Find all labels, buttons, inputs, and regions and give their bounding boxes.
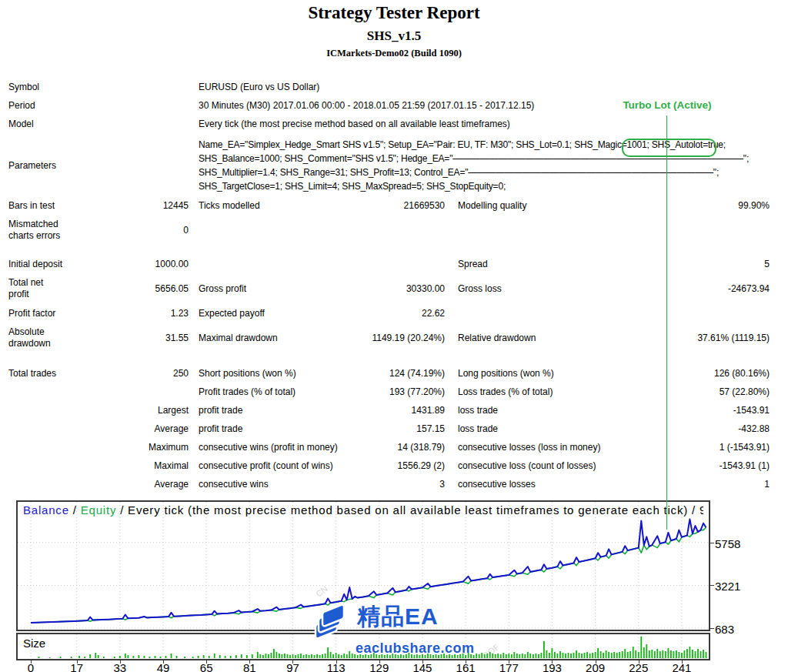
stat-row: Mismatched charts errors0 (0, 215, 788, 246)
chart-title-part: Equity (81, 503, 117, 517)
y-axis-label: 3221 (715, 580, 740, 593)
stat-row: Maximumconsecutive wins (profit in money… (0, 438, 788, 456)
size-bar (497, 654, 499, 658)
size-bar (298, 654, 299, 658)
size-bar (276, 652, 278, 658)
x-axis-label: 33 (107, 661, 133, 672)
stat-cell: Initial deposit (8, 259, 62, 269)
stat-row: Total net profit5656.05Gross profit30330… (0, 273, 788, 304)
stat-cell: Maximum (73, 442, 189, 453)
stat-row: Initial deposit1000.00Spread5 (0, 255, 788, 273)
size-bar (230, 656, 232, 658)
size-bar (125, 654, 126, 658)
x-axis-label: 17 (64, 661, 90, 672)
size-bar (706, 652, 707, 658)
size-bar (703, 650, 704, 658)
stat-row: Profit trades (% of total)193 (77.20%)Lo… (0, 383, 788, 401)
stat-cell: 1 (562, 479, 770, 490)
size-bar (155, 656, 156, 658)
size-bar (303, 655, 305, 658)
size-bar (681, 653, 683, 658)
stat-cell: 57 (22.80%) (562, 386, 770, 397)
size-bar (295, 655, 296, 658)
report-header: Strategy Tester Report SHS_v1.5 ICMarket… (0, 0, 788, 59)
size-bar (203, 655, 205, 658)
size-bar (624, 649, 626, 658)
watermark-site-text: eaclubshare.com (356, 640, 475, 657)
stat-cell: 5656.05 (73, 283, 189, 294)
info-label: Model (8, 119, 34, 129)
size-bar (573, 653, 575, 658)
x-axis-label: 0 (18, 661, 44, 672)
stats-table: Bars in test12445Ticks modelled21669530M… (0, 196, 788, 493)
size-bar (128, 655, 129, 658)
y-axis-label: 5758 (715, 537, 740, 550)
size-label: Size (23, 637, 45, 650)
size-bar (508, 654, 509, 658)
size-bar (541, 653, 543, 658)
size-bar (235, 655, 237, 658)
x-axis-label: 97 (279, 661, 306, 672)
size-bar (241, 654, 242, 658)
stat-cell: Average (73, 479, 189, 490)
size-bar (595, 652, 596, 658)
parameters-label: Parameters (8, 160, 56, 171)
size-bar (139, 655, 140, 658)
stat-cell: Bars in test (8, 200, 55, 211)
size-bar (686, 649, 688, 658)
page-title: Strategy Tester Report (0, 3, 788, 23)
size-bar (292, 654, 294, 658)
info-row: SymbolEURUSD (Euro vs US Dollar) (0, 78, 788, 96)
stat-cell: Spread (458, 259, 488, 269)
size-bar (309, 655, 310, 658)
y-axis-label: 683 (715, 623, 734, 636)
stat-cell: 31.55 (73, 333, 189, 343)
size-bar (103, 657, 105, 658)
stat-cell: Total trades (8, 368, 56, 379)
size-bar (257, 652, 259, 658)
x-axis-label: 145 (409, 661, 436, 672)
size-bar (629, 651, 631, 658)
size-bar (519, 654, 520, 658)
y-tick (710, 585, 714, 586)
size-bar (513, 652, 515, 658)
stat-cell: 1 (-1543.91) (562, 442, 770, 453)
y-tick (710, 543, 714, 543)
size-bar (613, 652, 615, 658)
size-bar (479, 654, 480, 658)
size-bar (252, 654, 253, 658)
size-bar (511, 654, 513, 658)
size-bar (89, 654, 91, 658)
size-bar (646, 644, 647, 658)
size-bar (524, 654, 526, 658)
size-bar (700, 651, 702, 658)
stat-cell: loss trade (458, 423, 498, 434)
stat-row: Averageprofit trade157.15loss trade-432.… (0, 420, 788, 438)
size-bar (589, 654, 591, 658)
size-bar (559, 651, 561, 658)
size-bar (192, 657, 194, 658)
stat-cell: consecutive losses (458, 479, 536, 490)
size-bar (592, 653, 593, 658)
stat-cell: 124 (74.19%) (254, 368, 445, 379)
chart-title-part: / (69, 503, 81, 517)
size-bar (554, 652, 556, 658)
size-bar (184, 657, 185, 658)
size-bar (616, 653, 618, 658)
size-bar (259, 654, 261, 658)
size-bar (640, 637, 642, 658)
size-bar (638, 652, 639, 658)
size-bar (268, 654, 269, 658)
size-bar (265, 654, 267, 658)
stat-row: Averageconsecutive wins3consecutive loss… (0, 475, 788, 493)
stat-row: Maximalconsecutive profit (count of wins… (0, 456, 788, 475)
size-bar (49, 657, 51, 658)
stat-cell: Absolute drawdown (8, 326, 56, 349)
stat-cell: 193 (77.20%) (254, 386, 445, 397)
size-bar (529, 654, 531, 658)
size-bar (581, 654, 583, 658)
size-bar (84, 657, 85, 658)
stat-cell: -24673.94 (562, 283, 770, 294)
size-bar (611, 653, 613, 658)
size-bar (536, 654, 537, 658)
